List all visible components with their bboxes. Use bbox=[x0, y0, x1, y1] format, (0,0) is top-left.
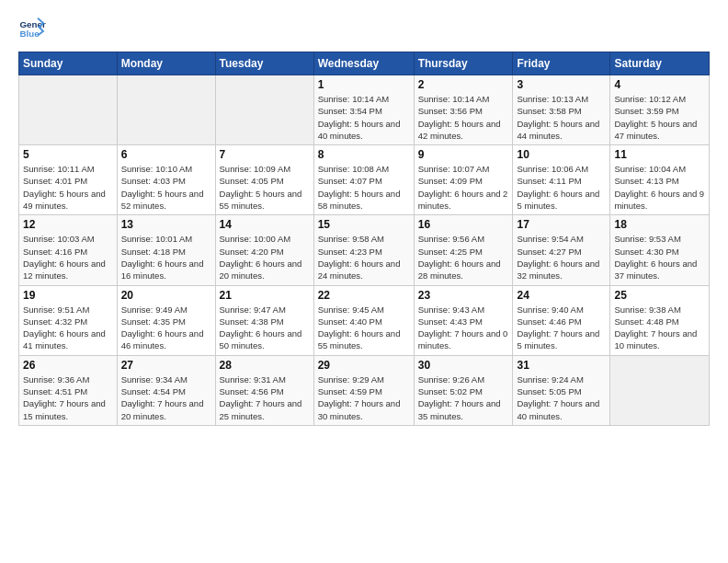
day-cell-1: 1Sunrise: 10:14 AMSunset: 3:54 PMDayligh… bbox=[313, 75, 414, 145]
day-number: 26 bbox=[23, 359, 113, 372]
day-number: 5 bbox=[23, 148, 113, 161]
day-number: 12 bbox=[23, 218, 113, 231]
day-cell-8: 8Sunrise: 10:08 AMSunset: 4:07 PMDayligh… bbox=[313, 145, 414, 215]
day-cell-29: 29Sunrise: 9:29 AMSunset: 4:59 PMDayligh… bbox=[313, 355, 414, 425]
day-cell-17: 17Sunrise: 9:54 AMSunset: 4:27 PMDayligh… bbox=[513, 215, 610, 285]
day-info: Sunrise: 9:24 AMSunset: 5:05 PMDaylight:… bbox=[517, 373, 606, 422]
day-number: 18 bbox=[614, 218, 705, 231]
day-cell-31: 31Sunrise: 9:24 AMSunset: 5:05 PMDayligh… bbox=[513, 355, 610, 425]
week-row-4: 19Sunrise: 9:51 AMSunset: 4:32 PMDayligh… bbox=[19, 285, 710, 355]
day-info: Sunrise: 10:03 AMSunset: 4:16 PMDaylight… bbox=[23, 233, 113, 282]
day-number: 16 bbox=[418, 218, 509, 231]
weekday-friday: Friday bbox=[513, 52, 610, 75]
week-row-5: 26Sunrise: 9:36 AMSunset: 4:51 PMDayligh… bbox=[19, 355, 710, 425]
day-number: 2 bbox=[418, 78, 509, 91]
day-cell-26: 26Sunrise: 9:36 AMSunset: 4:51 PMDayligh… bbox=[19, 355, 118, 425]
day-info: Sunrise: 10:00 AMSunset: 4:20 PMDaylight… bbox=[220, 233, 310, 282]
day-number: 23 bbox=[418, 289, 509, 302]
day-info: Sunrise: 9:56 AMSunset: 4:25 PMDaylight:… bbox=[418, 233, 509, 282]
day-number: 27 bbox=[121, 359, 211, 372]
weekday-wednesday: Wednesday bbox=[313, 52, 414, 75]
day-number: 10 bbox=[517, 148, 606, 161]
day-info: Sunrise: 10:04 AMSunset: 4:13 PMDaylight… bbox=[614, 163, 705, 212]
calendar-table: SundayMondayTuesdayWednesdayThursdayFrid… bbox=[18, 52, 710, 426]
week-row-2: 5Sunrise: 10:11 AMSunset: 4:01 PMDayligh… bbox=[19, 145, 710, 215]
day-number: 3 bbox=[517, 78, 606, 91]
day-info: Sunrise: 9:40 AMSunset: 4:46 PMDaylight:… bbox=[517, 304, 606, 352]
day-number: 17 bbox=[517, 218, 606, 231]
day-info: Sunrise: 10:12 AMSunset: 3:59 PMDaylight… bbox=[614, 93, 705, 142]
day-info: Sunrise: 9:49 AMSunset: 4:35 PMDaylight:… bbox=[121, 304, 211, 352]
day-cell-3: 3Sunrise: 10:13 AMSunset: 3:58 PMDayligh… bbox=[513, 75, 610, 145]
day-info: Sunrise: 10:14 AMSunset: 3:56 PMDaylight… bbox=[418, 93, 509, 142]
day-number: 28 bbox=[220, 359, 310, 372]
day-number: 21 bbox=[220, 289, 310, 302]
svg-text:Blue: Blue bbox=[20, 29, 40, 39]
weekday-tuesday: Tuesday bbox=[215, 52, 313, 75]
day-cell-14: 14Sunrise: 10:00 AMSunset: 4:20 PMDaylig… bbox=[215, 215, 313, 285]
day-cell-16: 16Sunrise: 9:56 AMSunset: 4:25 PMDayligh… bbox=[414, 215, 513, 285]
weekday-thursday: Thursday bbox=[414, 52, 513, 75]
day-info: Sunrise: 10:14 AMSunset: 3:54 PMDaylight… bbox=[318, 93, 410, 142]
day-info: Sunrise: 9:58 AMSunset: 4:23 PMDaylight:… bbox=[318, 233, 410, 282]
day-cell-22: 22Sunrise: 9:45 AMSunset: 4:40 PMDayligh… bbox=[313, 285, 414, 355]
day-number: 20 bbox=[121, 289, 211, 302]
empty-cell bbox=[117, 75, 215, 145]
week-row-1: 1Sunrise: 10:14 AMSunset: 3:54 PMDayligh… bbox=[19, 75, 710, 145]
day-cell-19: 19Sunrise: 9:51 AMSunset: 4:32 PMDayligh… bbox=[19, 285, 118, 355]
day-number: 31 bbox=[517, 359, 606, 372]
day-info: Sunrise: 10:10 AMSunset: 4:03 PMDaylight… bbox=[121, 163, 211, 212]
day-info: Sunrise: 9:29 AMSunset: 4:59 PMDaylight:… bbox=[318, 373, 410, 422]
weekday-sunday: Sunday bbox=[19, 52, 118, 75]
day-info: Sunrise: 9:26 AMSunset: 5:02 PMDaylight:… bbox=[418, 373, 509, 422]
day-cell-6: 6Sunrise: 10:10 AMSunset: 4:03 PMDayligh… bbox=[117, 145, 215, 215]
day-info: Sunrise: 9:31 AMSunset: 4:56 PMDaylight:… bbox=[220, 373, 310, 422]
day-number: 30 bbox=[418, 359, 509, 372]
day-info: Sunrise: 10:01 AMSunset: 4:18 PMDaylight… bbox=[121, 233, 211, 282]
day-cell-7: 7Sunrise: 10:09 AMSunset: 4:05 PMDayligh… bbox=[215, 145, 313, 215]
day-cell-25: 25Sunrise: 9:38 AMSunset: 4:48 PMDayligh… bbox=[610, 285, 710, 355]
day-number: 25 bbox=[614, 289, 705, 302]
day-cell-15: 15Sunrise: 9:58 AMSunset: 4:23 PMDayligh… bbox=[313, 215, 414, 285]
logo-icon: General Blue bbox=[18, 15, 46, 42]
day-number: 11 bbox=[614, 148, 705, 161]
day-cell-24: 24Sunrise: 9:40 AMSunset: 4:46 PMDayligh… bbox=[513, 285, 610, 355]
day-cell-18: 18Sunrise: 9:53 AMSunset: 4:30 PMDayligh… bbox=[610, 215, 710, 285]
day-number: 1 bbox=[318, 78, 410, 91]
day-info: Sunrise: 9:45 AMSunset: 4:40 PMDaylight:… bbox=[318, 304, 410, 352]
day-info: Sunrise: 10:13 AMSunset: 3:58 PMDaylight… bbox=[517, 93, 606, 142]
day-number: 22 bbox=[318, 289, 410, 302]
day-number: 9 bbox=[418, 148, 509, 161]
day-info: Sunrise: 10:11 AMSunset: 4:01 PMDaylight… bbox=[23, 163, 113, 212]
weekday-header-row: SundayMondayTuesdayWednesdayThursdayFrid… bbox=[19, 52, 710, 75]
day-cell-27: 27Sunrise: 9:34 AMSunset: 4:54 PMDayligh… bbox=[117, 355, 215, 425]
day-cell-20: 20Sunrise: 9:49 AMSunset: 4:35 PMDayligh… bbox=[117, 285, 215, 355]
day-info: Sunrise: 9:54 AMSunset: 4:27 PMDaylight:… bbox=[517, 233, 606, 282]
day-cell-28: 28Sunrise: 9:31 AMSunset: 4:56 PMDayligh… bbox=[215, 355, 313, 425]
page-header: General Blue bbox=[18, 15, 710, 42]
week-row-3: 12Sunrise: 10:03 AMSunset: 4:16 PMDaylig… bbox=[19, 215, 710, 285]
day-info: Sunrise: 9:36 AMSunset: 4:51 PMDaylight:… bbox=[23, 373, 113, 422]
day-cell-23: 23Sunrise: 9:43 AMSunset: 4:43 PMDayligh… bbox=[414, 285, 513, 355]
day-cell-9: 9Sunrise: 10:07 AMSunset: 4:09 PMDayligh… bbox=[414, 145, 513, 215]
day-number: 7 bbox=[220, 148, 310, 161]
day-info: Sunrise: 9:34 AMSunset: 4:54 PMDaylight:… bbox=[121, 373, 211, 422]
day-number: 15 bbox=[318, 218, 410, 231]
day-number: 14 bbox=[220, 218, 310, 231]
weekday-saturday: Saturday bbox=[610, 52, 710, 75]
empty-cell bbox=[610, 355, 710, 425]
day-cell-21: 21Sunrise: 9:47 AMSunset: 4:38 PMDayligh… bbox=[215, 285, 313, 355]
day-info: Sunrise: 10:08 AMSunset: 4:07 PMDaylight… bbox=[318, 163, 410, 212]
day-info: Sunrise: 9:51 AMSunset: 4:32 PMDaylight:… bbox=[23, 304, 113, 352]
day-info: Sunrise: 10:09 AMSunset: 4:05 PMDaylight… bbox=[220, 163, 310, 212]
day-info: Sunrise: 10:07 AMSunset: 4:09 PMDaylight… bbox=[418, 163, 509, 212]
day-info: Sunrise: 9:53 AMSunset: 4:30 PMDaylight:… bbox=[614, 233, 705, 282]
day-info: Sunrise: 10:06 AMSunset: 4:11 PMDaylight… bbox=[517, 163, 606, 212]
weekday-monday: Monday bbox=[117, 52, 215, 75]
day-cell-4: 4Sunrise: 10:12 AMSunset: 3:59 PMDayligh… bbox=[610, 75, 710, 145]
day-info: Sunrise: 9:43 AMSunset: 4:43 PMDaylight:… bbox=[418, 304, 509, 352]
day-number: 6 bbox=[121, 148, 211, 161]
day-number: 29 bbox=[318, 359, 410, 372]
day-number: 13 bbox=[121, 218, 211, 231]
day-cell-30: 30Sunrise: 9:26 AMSunset: 5:02 PMDayligh… bbox=[414, 355, 513, 425]
